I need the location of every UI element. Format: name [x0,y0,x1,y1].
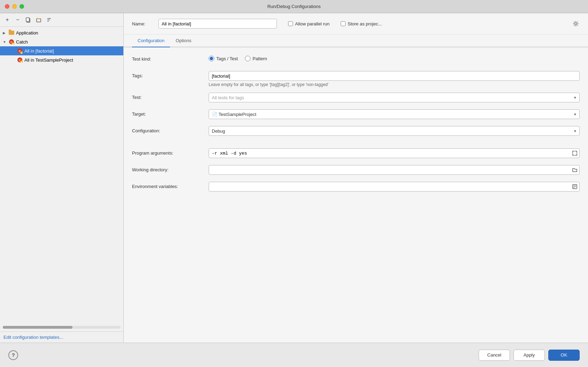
copy-config-button[interactable] [24,16,32,24]
radio-option-pattern[interactable]: Pattern [245,56,267,61]
target-select[interactable]: 📄 TestSampleProject [209,109,580,119]
working-dir-wrapper [209,165,580,175]
target-control: 📄 TestSampleProject ▼ [209,109,580,119]
config-header: Name: Allow parallel run Store as projec… [124,13,588,34]
title-bar: Run/Debug Configurations [0,0,588,13]
test-row: Test: All tests for tags ▼ [132,93,580,104]
action-buttons: Cancel Apply OK [479,350,580,361]
test-select-wrapper: All tests for tags ▼ [209,93,580,102]
radio-pattern-label: Pattern [253,56,267,61]
configuration-field-label: Configuration: [132,126,209,133]
sort-button[interactable] [45,16,53,24]
svg-text:▶: ▶ [13,43,14,45]
move-to-folder-button[interactable] [35,16,42,24]
sidebar-item-all-in-factorial[interactable]: ▶ C ▶ All in [factorial] [0,46,123,55]
browse-working-dir-button[interactable] [571,166,578,173]
svg-text:▶: ▶ [21,52,23,54]
store-as-project-checkbox[interactable] [341,21,346,26]
program-arguments-row: Program arguments: [132,148,580,159]
main-container: + − ▶ Application ▼ [0,13,588,343]
minimize-button[interactable] [12,4,17,9]
expand-program-args-button[interactable] [571,150,578,157]
svg-point-17 [575,23,577,25]
tags-hint: Leave empty for all tags, or type '[tag]… [209,82,580,87]
radio-option-tags-test[interactable]: Tags / Test [209,56,238,61]
working-directory-row: Working directory: [132,165,580,176]
expand-arrow-application: ▶ [3,31,8,35]
target-label: Target: [132,109,209,117]
sidebar: + − ▶ Application ▼ [0,13,124,343]
target-row: Target: 📄 TestSampleProject ▼ [132,109,580,120]
program-arguments-label: Program arguments: [132,148,209,156]
apply-button[interactable]: Apply [513,350,545,361]
configuration-select[interactable]: Debug [209,126,580,136]
tab-options[interactable]: Options [170,34,197,47]
help-button[interactable]: ? [8,350,18,360]
test-label: Test: [132,93,209,100]
tab-configuration[interactable]: Configuration [132,34,170,47]
name-field-label: Name: [132,21,153,26]
configuration-control: Debug ▼ [209,126,580,136]
right-panel: Name: Allow parallel run Store as projec… [124,13,588,343]
svg-text:▶: ▶ [21,61,23,63]
sidebar-scrollbar-area [0,323,123,331]
test-control: All tests for tags ▼ [209,93,580,102]
all-in-factorial-icon: C ▶ [17,48,23,54]
environment-variables-button[interactable] [571,183,578,190]
ok-button[interactable]: OK [548,350,580,361]
tags-row: Tags: Leave empty for all tags, or type … [132,71,580,87]
maximize-button[interactable] [20,4,24,9]
test-kind-control: Tags / Test Pattern [209,54,580,61]
radio-pattern[interactable] [245,56,250,61]
cancel-button[interactable]: Cancel [479,350,510,361]
working-directory-label: Working directory: [132,165,209,172]
program-args-wrapper [209,148,580,158]
settings-gear-button[interactable] [572,20,580,28]
target-select-wrapper: 📄 TestSampleProject ▼ [209,109,580,119]
sidebar-scroll-thumb[interactable] [3,326,72,329]
sidebar-toolbar: + − [0,13,123,27]
test-kind-label: Test kind: [132,54,209,62]
allow-parallel-run-label: Allow parallel run [295,21,330,26]
allow-parallel-run-checkbox[interactable] [288,21,293,26]
environment-variables-control [209,182,580,192]
program-arguments-input[interactable] [209,148,580,158]
close-button[interactable] [5,4,9,9]
program-arguments-control [209,148,580,158]
application-folder-icon [8,30,15,36]
tags-control: Leave empty for all tags, or type '[tag]… [209,71,580,87]
radio-tags-test[interactable] [209,56,214,61]
sidebar-item-application[interactable]: ▶ Application [0,28,123,37]
sidebar-item-catch[interactable]: ▼ C ▶ Catch [0,37,123,46]
test-select[interactable]: All tests for tags [209,93,580,102]
working-directory-input[interactable] [209,165,580,175]
remove-config-button[interactable]: − [14,16,22,24]
environment-variables-label: Environment variables: [132,182,209,189]
sidebar-item-all-in-test-sample-project[interactable]: ▶ C ▶ All in TestSampleProject [0,55,123,64]
sidebar-scroll-track[interactable] [3,326,121,329]
working-directory-control [209,165,580,175]
env-vars-wrapper [209,182,580,192]
edit-templates-link[interactable]: Edit configuration templates... [3,333,63,341]
allow-parallel-run-group: Allow parallel run [288,21,330,26]
store-as-project-group: Store as projec... [341,21,382,26]
application-label: Application [16,30,38,36]
all-in-test-sample-label: All in TestSampleProject [24,57,73,63]
test-kind-radio-group: Tags / Test Pattern [209,54,580,61]
all-in-test-sample-icon: C ▶ [17,57,23,63]
sidebar-bottom: Edit configuration templates... [0,331,123,343]
tags-input[interactable] [209,71,580,81]
configuration-row: Configuration: Debug ▼ [132,126,580,137]
traffic-lights [5,4,24,9]
bottom-bar: ? Cancel Apply OK [0,343,588,367]
environment-variables-input[interactable] [209,182,580,192]
environment-variables-row: Environment variables: [132,182,580,193]
name-input[interactable] [158,19,277,29]
store-as-project-label: Store as projec... [348,21,382,26]
configuration-select-wrapper: Debug ▼ [209,126,580,136]
window-title: Run/Debug Configurations [267,4,320,9]
tags-label: Tags: [132,71,209,78]
test-kind-row: Test kind: Tags / Test Pattern [132,54,580,65]
expand-arrow-catch: ▼ [3,40,8,44]
add-config-button[interactable]: + [3,16,11,24]
